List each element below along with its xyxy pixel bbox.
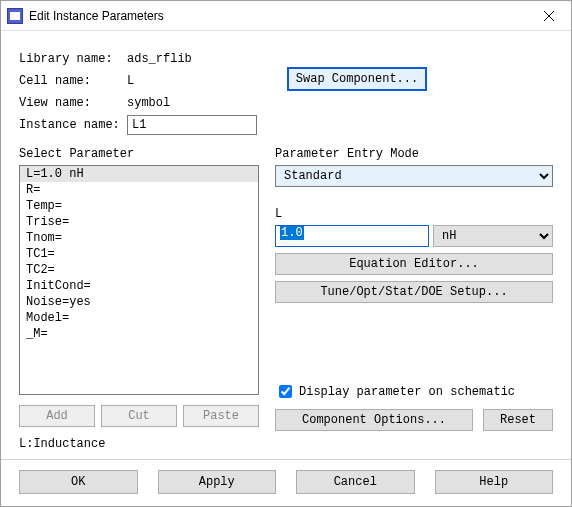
titlebar: Edit Instance Parameters xyxy=(1,1,571,31)
library-value: ads_rflib xyxy=(127,52,192,66)
list-item[interactable]: TC2= xyxy=(20,262,258,278)
instance-name-input[interactable] xyxy=(127,115,257,135)
view-label: View name: xyxy=(19,96,127,110)
list-item[interactable]: InitCond= xyxy=(20,278,258,294)
help-button[interactable]: Help xyxy=(435,470,554,494)
select-parameter-label: Select Parameter xyxy=(19,147,259,161)
list-item[interactable]: Temp= xyxy=(20,198,258,214)
equation-editor-button[interactable]: Equation Editor... xyxy=(275,253,553,275)
component-options-button[interactable]: Component Options... xyxy=(275,409,473,431)
reset-button[interactable]: Reset xyxy=(483,409,553,431)
entry-mode-label: Parameter Entry Mode xyxy=(275,147,553,161)
paste-button[interactable]: Paste xyxy=(183,405,259,427)
status-text: L:Inductance xyxy=(19,437,553,451)
entry-mode-select[interactable]: Standard xyxy=(275,165,553,187)
cell-value: L xyxy=(127,74,134,88)
list-item[interactable]: L=1.0 nH xyxy=(20,166,258,182)
tune-setup-button[interactable]: Tune/Opt/Stat/DOE Setup... xyxy=(275,281,553,303)
add-button[interactable]: Add xyxy=(19,405,95,427)
param-value-input[interactable]: 1.0 xyxy=(275,225,429,247)
list-item[interactable]: Trise= xyxy=(20,214,258,230)
cancel-button[interactable]: Cancel xyxy=(296,470,415,494)
cut-button[interactable]: Cut xyxy=(101,405,177,427)
dialog-window: Edit Instance Parameters Library name: a… xyxy=(0,0,572,507)
app-icon xyxy=(7,8,23,24)
display-on-schematic-label[interactable]: Display parameter on schematic xyxy=(299,385,515,399)
window-title: Edit Instance Parameters xyxy=(29,9,527,23)
list-item[interactable]: Noise=yes xyxy=(20,294,258,310)
display-on-schematic-checkbox[interactable] xyxy=(279,385,292,398)
ok-button[interactable]: OK xyxy=(19,470,138,494)
header-fields: Library name: ads_rflib Cell name: L Vie… xyxy=(19,49,553,137)
parameter-listbox[interactable]: L=1.0 nHR=Temp=Trise=Tnom=TC1=TC2=InitCo… xyxy=(19,165,259,395)
content-area: Library name: ads_rflib Cell name: L Vie… xyxy=(1,31,571,459)
cell-label: Cell name: xyxy=(19,74,127,88)
library-label: Library name: xyxy=(19,52,127,66)
list-item[interactable]: R= xyxy=(20,182,258,198)
list-item[interactable]: Model= xyxy=(20,310,258,326)
param-name-label: L xyxy=(275,207,553,221)
list-item[interactable]: Tnom= xyxy=(20,230,258,246)
list-item[interactable]: _M= xyxy=(20,326,258,342)
apply-button[interactable]: Apply xyxy=(158,470,277,494)
list-item[interactable]: TC1= xyxy=(20,246,258,262)
view-value: symbol xyxy=(127,96,170,110)
unit-select[interactable]: nH xyxy=(433,225,553,247)
close-icon xyxy=(544,11,554,21)
instance-label: Instance name: xyxy=(19,118,127,132)
close-button[interactable] xyxy=(527,2,571,30)
swap-component-button[interactable]: Swap Component... xyxy=(287,67,427,91)
footer-buttons: OK Apply Cancel Help xyxy=(1,459,571,506)
